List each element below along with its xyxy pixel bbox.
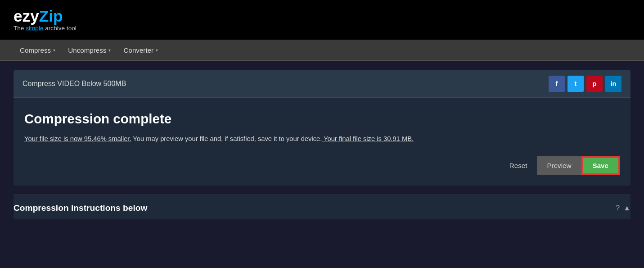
nav-converter-label: Converter (123, 46, 153, 54)
completion-message: Your file size is now 95.46% smaller. Yo… (24, 134, 414, 144)
chevron-down-icon: ▾ (53, 47, 55, 53)
nav-uncompress[interactable]: Uncompress ▾ (62, 40, 117, 60)
logo-main: ezyZip (14, 8, 77, 24)
tagline-simple: simple (26, 25, 43, 32)
social-icons: f t p in (549, 76, 621, 92)
chevron-down-icon: ▾ (108, 47, 111, 53)
facebook-icon: f (556, 80, 558, 87)
tagline-suffix: archive tool (43, 25, 76, 32)
message-part1: Your file size is now 95.46% smaller. (24, 135, 131, 142)
message-part3: Your final file size is 30.91 MB. (322, 135, 414, 142)
content-area: Compression complete Your file size is n… (14, 98, 630, 186)
twitter-icon: t (575, 80, 577, 87)
navigation: Compress ▾ Uncompress ▾ Converter ▾ (0, 40, 644, 61)
instructions-bar: Compression instructions below ? ▲ (14, 195, 630, 219)
instructions-controls: ? ▲ (616, 204, 630, 212)
nav-converter[interactable]: Converter ▾ (117, 40, 164, 60)
preview-button[interactable]: Preview (537, 156, 581, 175)
tagline-prefix: The (14, 25, 26, 32)
message-part2: You may preview your file and, if satisf… (131, 135, 322, 142)
facebook-share-button[interactable]: f (549, 76, 565, 92)
reset-button[interactable]: Reset (500, 156, 537, 175)
logo-tagline: The simple archive tool (14, 25, 77, 32)
instructions-title: Compression instructions below (14, 203, 147, 213)
nav-uncompress-label: Uncompress (68, 46, 106, 54)
tab-header: Compress VIDEO Below 500MB f t p in (14, 70, 630, 98)
linkedin-icon: in (611, 80, 617, 87)
header: ezyZip The simple archive tool (0, 0, 644, 40)
logo-ezy: ezy (14, 7, 39, 25)
expand-icon[interactable]: ▲ (623, 204, 630, 212)
tab-title: Compress VIDEO Below 500MB (23, 80, 126, 88)
logo: ezyZip The simple archive tool (14, 8, 77, 32)
logo-zip: Zip (39, 7, 63, 25)
pinterest-icon: p (593, 80, 597, 87)
chevron-down-icon: ▾ (156, 47, 158, 53)
completion-title: Compression complete (24, 111, 620, 127)
linkedin-share-button[interactable]: in (605, 76, 621, 92)
action-row: Reset Preview Save (24, 156, 620, 175)
pinterest-share-button[interactable]: p (586, 76, 603, 92)
help-icon[interactable]: ? (616, 204, 620, 212)
save-button[interactable]: Save (581, 156, 620, 175)
nav-compress-label: Compress (20, 46, 51, 54)
twitter-share-button[interactable]: t (567, 76, 584, 92)
main-card: Compress VIDEO Below 500MB f t p in Comp… (14, 70, 630, 186)
nav-compress[interactable]: Compress ▾ (14, 40, 62, 60)
